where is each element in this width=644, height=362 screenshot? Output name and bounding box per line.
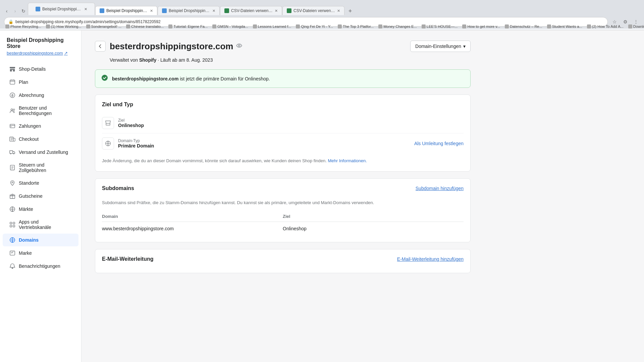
mehr-informationen-link[interactable]: Mehr Informationen. — [328, 158, 367, 163]
sidebar-item-plan[interactable]: Plan — [3, 76, 78, 88]
sidebar-item-apps[interactable]: Apps und Vertriebskanäle — [3, 216, 78, 233]
browser-tab-3[interactable]: Beispiel Dropshipping Store ... ✕ — [158, 6, 220, 15]
sidebar-item-steuern[interactable]: Steuern und Zollgebühren — [3, 159, 78, 176]
bookmark-datenschutz[interactable]: Datenschutz – Re... — [503, 24, 544, 29]
tab-close-4[interactable]: ✕ — [275, 9, 278, 13]
svg-rect-14 — [10, 222, 12, 224]
sidebar-item-benutzer[interactable]: Benutzer und Berechtigungen — [3, 102, 78, 119]
sidebar-label-apps: Apps und Vertriebskanäle — [19, 219, 72, 230]
browser-back-btn[interactable]: ‹ — [3, 7, 11, 15]
sidebar-item-versand[interactable]: Versand und Zustellung — [3, 146, 78, 159]
markets-icon — [9, 206, 15, 212]
bookmark-tutorial[interactable]: Tutorial: Eigene Fa... — [166, 24, 210, 29]
bookmark-phone-recycling[interactable]: Phone Recycling... — [3, 24, 43, 29]
page-layout: Beispiel Dropshipping Store besterdropsh… — [0, 31, 644, 362]
page-title: besterdropshippingstore.com — [110, 41, 243, 52]
sidebar: Beispiel Dropshipping Store besterdropsh… — [0, 31, 82, 362]
tab-close-2[interactable]: ✕ — [150, 9, 153, 13]
bookmark-qing[interactable]: Qing Fei De Yi - Y... — [294, 24, 335, 29]
email-weiterleitung-link[interactable]: E-Mail-Weiterleitung hinzufügen — [397, 256, 464, 262]
svg-rect-19 — [10, 251, 15, 255]
url-text: beispiel-dropshipping-store.myshopify.co… — [15, 19, 161, 24]
svg-rect-17 — [13, 225, 15, 227]
browser-reload-btn[interactable]: ↻ — [19, 7, 28, 15]
sidebar-item-maerkte[interactable]: Märkte — [3, 203, 78, 216]
browser-tab-1[interactable]: Beispiel Dropshipping Store ... ✕ — [28, 3, 95, 15]
bookmark-money[interactable]: Money Changes E... — [376, 24, 419, 29]
subdomains-table-header: Domain Ziel — [102, 211, 464, 222]
sidebar-item-zahlungen[interactable]: Zahlungen — [3, 120, 78, 132]
sidebar-label-domains: Domains — [19, 237, 39, 243]
browser-tab-2[interactable]: Beispiel Dropshipping Store ... ✕ — [95, 6, 157, 15]
bookmark-how-more[interactable]: How to get more v... — [460, 24, 502, 29]
bookmark-top3[interactable]: The Top 3 Platfor... — [336, 24, 376, 29]
subdomain-hinzufuegen-link[interactable]: Subdomain hinzufügen — [416, 186, 464, 191]
sidebar-item-standorte[interactable]: Standorte — [3, 177, 78, 189]
sidebar-label-abrechnung: Abrechnung — [19, 93, 44, 98]
sidebar-item-abrechnung[interactable]: Abrechnung — [3, 89, 78, 102]
bookmark-lee[interactable]: LEE'S HOUSE—... — [420, 24, 460, 29]
bookmark-download[interactable]: Download - Cook... — [626, 24, 644, 29]
eye-icon[interactable] — [236, 42, 243, 51]
bookmark-chinese[interactable]: Chinese translatio... — [124, 24, 166, 29]
sidebar-label-benutzer: Benutzer und Berechtigungen — [19, 105, 72, 116]
bookmark-lessons[interactable]: Lessons Learned f... — [251, 24, 293, 29]
success-text: besterdropshippingstore.com ist jetzt di… — [112, 76, 270, 81]
tab-close-3[interactable]: ✕ — [212, 9, 215, 13]
bookmark-how-working[interactable]: (1) How Working... — [44, 24, 84, 29]
subdomain-ziel-cell: Onlineshop — [283, 226, 464, 231]
brand-icon — [9, 250, 15, 256]
ziel-value: Onlineshop — [118, 123, 464, 128]
als-umleitung-link[interactable]: Als Umleitung festlegen — [414, 141, 464, 146]
billing-icon — [9, 92, 15, 98]
sidebar-label-shop-details: Shop-Details — [19, 66, 46, 72]
gifts-icon — [9, 193, 15, 199]
sidebar-item-shop-details[interactable]: Shop-Details — [3, 63, 78, 75]
bookmark-how-add[interactable]: (2) How To Add A... — [585, 24, 626, 29]
subdomain-domain-cell: www.besterdropshippingstore.com — [102, 226, 283, 231]
svg-point-7 — [10, 154, 11, 155]
bookmark-student[interactable]: Student Wants a... — [545, 24, 584, 29]
tab-favicon-4 — [224, 8, 229, 13]
sidebar-label-checkout: Checkout — [19, 136, 39, 142]
back-button[interactable] — [95, 41, 106, 52]
plan-icon — [9, 79, 15, 85]
domaintyp-value: Primäre Domain — [118, 143, 410, 148]
svg-point-2 — [11, 109, 13, 111]
new-tab-btn[interactable]: + — [346, 7, 354, 15]
sidebar-store-url[interactable]: besterdropshippingstore.com ↗ — [0, 51, 81, 62]
users-icon — [9, 108, 15, 114]
sidebar-item-domains[interactable]: Domains — [3, 234, 78, 246]
ziel-typ-card: Ziel und Typ Ziel Onlineshop — [95, 95, 471, 172]
external-link-icon: ↗ — [64, 51, 68, 56]
success-domain: besterdropshippingstore.com — [112, 76, 178, 81]
notifications-icon — [9, 263, 15, 269]
bookmark-gmsn[interactable]: GMSN - Vologda... — [210, 24, 250, 29]
browser-tab-4[interactable]: CSV-Dateien verwenden, um ... ✕ — [220, 6, 282, 15]
main-content: besterdropshippingstore.com Domain-Einst… — [82, 31, 484, 362]
tab-close-5[interactable]: ✕ — [337, 9, 340, 13]
subdomains-description: Subdomains sind Präfixe, die zu Stamm-Do… — [102, 199, 464, 206]
email-weiterleitung-card: E-Mail-Weiterleitung E-Mail-Weiterleitun… — [95, 249, 471, 273]
browser-forward-btn[interactable]: › — [11, 7, 19, 15]
sidebar-item-checkout[interactable]: Checkout — [3, 133, 78, 145]
svg-rect-15 — [13, 222, 15, 224]
payments-icon — [9, 123, 15, 129]
sidebar-item-benachrichtigungen[interactable]: Benachrichtigungen — [3, 260, 78, 273]
tab-favicon-1 — [36, 7, 40, 11]
shipping-icon — [9, 149, 15, 155]
domain-settings-label: Domain-Einstellungen — [415, 44, 461, 49]
sidebar-item-marke[interactable]: Marke — [3, 247, 78, 259]
sidebar-label-standorte: Standorte — [19, 180, 39, 186]
sidebar-label-marke: Marke — [19, 250, 32, 256]
bookmark-sonderangebot[interactable]: Sonderangebot! ... — [84, 24, 124, 29]
svg-point-21 — [102, 75, 108, 81]
onlineshop-icon — [102, 117, 114, 129]
browser-tabs: ‹ › ↻ Beispiel Dropshipping Store ... ✕ … — [0, 0, 644, 15]
checkout-icon — [9, 136, 15, 142]
tab-close-1[interactable]: ✕ — [84, 7, 87, 11]
browser-tab-5[interactable]: CSV-Dateien verwenden, um ... ✕ — [282, 6, 344, 15]
domain-settings-button[interactable]: Domain-Einstellungen ▾ — [410, 41, 471, 52]
bookmarks-bar: Phone Recycling... (1) How Working... So… — [0, 23, 644, 31]
sidebar-item-gutscheine[interactable]: Gutscheine — [3, 190, 78, 202]
